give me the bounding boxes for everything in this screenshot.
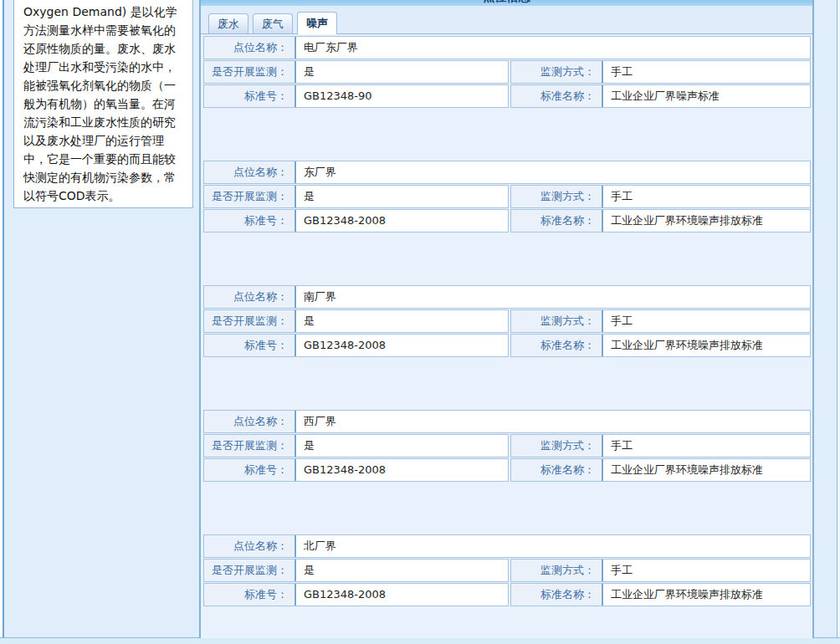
tab-wastewater[interactable]: 废水 [208,13,248,33]
standard-name-label: 标准名称： [511,210,603,232]
monitoring-method-value: 手工 [603,61,810,83]
standard-name-value: 工业企业厂界环境噪声排放标准 [603,335,810,356]
point-name-row: 点位名称： 北厂界 [203,534,811,558]
monitoring-row: 是否开展监测： 是 监测方式： 手工 [203,559,811,582]
standard-name-value: 工业企业厂界噪声标准 [603,85,810,107]
standard-row: 标准号： GB12348-2008 标准名称： 工业企业厂界环境噪声排放标准 [203,209,811,233]
standard-name-cellbox: 标准名称： 工业企业厂界环境噪声排放标准 [510,209,811,233]
monitoring-conducted-value: 是 [296,310,508,332]
standard-name-cellbox: 标准名称： 工业企业厂界噪声标准 [510,84,811,108]
standard-name-label: 标准名称： [511,584,603,606]
monitoring-row: 是否开展监测： 是 监测方式： 手工 [203,185,811,208]
tab-strip: 废水废气噪声 [201,6,812,34]
point-info-panel: 点位信息 废水废气噪声 点位名称： 电厂东厂界 是否开展监测： 是 监测方式： … [199,0,814,638]
point-name-label: 点位名称： [204,535,296,557]
monitoring-conducted-label: 是否开展监测： [204,560,296,581]
point-name-cellbox: 点位名称： 北厂界 [203,534,811,558]
standard-row: 标准号： GB12348-2008 标准名称： 工业企业厂界环境噪声排放标准 [203,458,811,482]
monitoring-conducted-cellbox: 是否开展监测： 是 [203,434,509,457]
monitoring-conducted-value: 是 [296,435,508,457]
monitoring-conducted-value: 是 [296,560,508,581]
page-left-border [3,0,4,638]
point-name-value: 东厂界 [296,161,810,183]
standard-no-cellbox: 标准号： GB12348-90 [203,84,509,108]
point-name-cellbox: 点位名称： 西厂界 [203,410,811,433]
point-name-cellbox: 点位名称： 南厂界 [203,285,811,309]
monitoring-method-label: 监测方式： [511,560,603,581]
monitoring-conducted-cellbox: 是否开展监测： 是 [203,559,509,582]
point-name-row: 点位名称： 南厂界 [203,285,811,309]
standard-name-cellbox: 标准名称： 工业企业厂界环境噪声排放标准 [510,334,811,357]
monitoring-method-cellbox: 监测方式： 手工 [510,309,811,333]
point-info-block: 点位名称： 电厂东厂界 是否开展监测： 是 监测方式： 手工 标准号： GB12… [203,36,811,108]
monitoring-conducted-label: 是否开展监测： [204,435,296,457]
monitoring-conducted-value: 是 [296,186,508,207]
standard-no-label: 标准号： [204,210,296,232]
point-info-block: 点位名称： 东厂界 是否开展监测： 是 监测方式： 手工 标准号： GB1234… [203,161,811,233]
point-name-cellbox: 点位名称： 电厂东厂界 [203,36,811,59]
standard-name-cellbox: 标准名称： 工业企业厂界环境噪声排放标准 [510,583,811,606]
standard-name-value: 工业企业厂界环境噪声排放标准 [603,210,810,232]
point-info-block: 点位名称： 北厂界 是否开展监测： 是 监测方式： 手工 标准号： GB1234… [203,534,811,606]
monitoring-method-cellbox: 监测方式： 手工 [510,434,811,457]
point-name-value: 南厂界 [296,286,810,308]
tab-noise[interactable]: 噪声 [297,12,337,34]
standard-no-cellbox: 标准号： GB12348-2008 [203,458,509,482]
standard-no-label: 标准号： [204,459,296,481]
point-info-block: 点位名称： 西厂界 是否开展监测： 是 监测方式： 手工 标准号： GB1234… [203,410,811,482]
point-name-label: 点位名称： [204,411,296,432]
standard-no-value: GB12348-2008 [296,459,508,481]
monitoring-method-cellbox: 监测方式： 手工 [510,185,811,208]
monitoring-method-value: 手工 [603,186,810,207]
points-list: 点位名称： 电厂东厂界 是否开展监测： 是 监测方式： 手工 标准号： GB12… [201,34,812,637]
standard-no-value: GB12348-90 [296,85,508,107]
standard-name-value: 工业企业厂界环境噪声排放标准 [603,459,810,481]
standard-row: 标准号： GB12348-2008 标准名称： 工业企业厂界环境噪声排放标准 [203,334,811,357]
monitoring-method-cellbox: 监测方式： 手工 [510,559,811,582]
standard-row: 标准号： GB12348-90 标准名称： 工业企业厂界噪声标准 [203,84,811,108]
panel-title-bar: 点位信息 [201,0,812,6]
monitoring-method-value: 手工 [603,435,810,457]
point-name-label: 点位名称： [204,286,296,308]
monitoring-row: 是否开展监测： 是 监测方式： 手工 [203,60,811,84]
monitoring-conducted-label: 是否开展监测： [204,310,296,332]
point-name-row: 点位名称： 电厂东厂界 [203,36,811,59]
monitoring-conducted-label: 是否开展监测： [204,61,296,83]
standard-no-cellbox: 标准号： GB12348-2008 [203,334,509,357]
monitoring-method-value: 手工 [603,310,810,332]
standard-no-cellbox: 标准号： GB12348-2008 [203,209,509,233]
point-name-value: 西厂界 [296,411,810,432]
standard-no-cellbox: 标准号： GB12348-2008 [203,583,509,606]
monitoring-row: 是否开展监测： 是 监测方式： 手工 [203,309,811,333]
monitoring-conducted-cellbox: 是否开展监测： 是 [203,185,509,208]
point-name-value: 北厂界 [296,535,810,557]
standard-name-cellbox: 标准名称： 工业企业厂界环境噪声排放标准 [510,458,811,482]
standard-name-label: 标准名称： [511,335,603,356]
point-name-row: 点位名称： 东厂界 [203,161,811,184]
standard-no-value: GB12348-2008 [296,584,508,606]
standard-name-label: 标准名称： [511,85,603,107]
monitoring-conducted-cellbox: 是否开展监测： 是 [203,60,509,84]
standard-name-label: 标准名称： [511,459,603,481]
standard-no-value: GB12348-2008 [296,335,508,356]
monitoring-method-cellbox: 监测方式： 手工 [510,60,811,84]
standard-name-value: 工业企业厂界环境噪声排放标准 [603,584,810,606]
page-bottom-strip [0,638,840,644]
tab-waste-gas[interactable]: 废气 [253,13,293,33]
monitoring-conducted-label: 是否开展监测： [204,186,296,207]
standard-no-label: 标准号： [204,335,296,356]
point-name-row: 点位名称： 西厂界 [203,410,811,433]
standard-no-label: 标准号： [204,584,296,606]
point-name-value: 电厂东厂界 [296,37,810,59]
point-name-cellbox: 点位名称： 东厂界 [203,161,811,184]
monitoring-method-value: 手工 [603,560,810,581]
monitoring-row: 是否开展监测： 是 监测方式： 手工 [203,434,811,457]
panel-title: 点位信息 [201,0,812,5]
cod-description-text: Oxygen Demand) 是以化学方法测量水样中需要被氧化的还原性物质的量。… [23,3,186,205]
monitoring-conducted-value: 是 [296,61,508,83]
point-info-block: 点位名称： 南厂界 是否开展监测： 是 监测方式： 手工 标准号： GB1234… [203,285,811,357]
monitoring-conducted-cellbox: 是否开展监测： 是 [203,309,509,333]
standard-row: 标准号： GB12348-2008 标准名称： 工业企业厂界环境噪声排放标准 [203,583,811,606]
standard-no-label: 标准号： [204,85,296,107]
monitoring-method-label: 监测方式： [511,310,603,332]
